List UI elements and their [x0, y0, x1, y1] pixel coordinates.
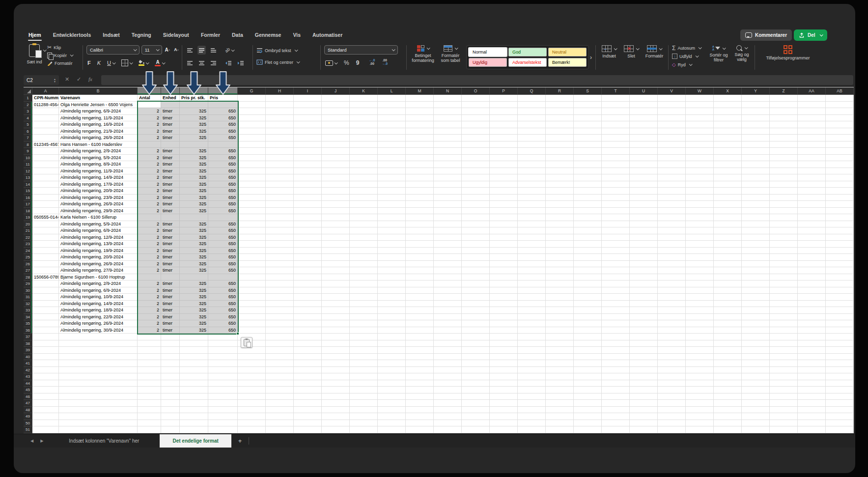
cell-H10[interactable]	[266, 155, 294, 162]
cell-L4[interactable]	[378, 115, 406, 122]
cell-AB11[interactable]	[826, 161, 854, 168]
cell-O5[interactable]	[462, 121, 490, 128]
cell-H16[interactable]	[266, 195, 294, 201]
cell-C18[interactable]: 2	[138, 208, 161, 215]
cell-S39[interactable]	[574, 347, 602, 354]
cell-AA44[interactable]	[798, 380, 826, 387]
cell-M33[interactable]	[406, 307, 434, 314]
row-header-26[interactable]: 26	[24, 261, 32, 268]
column-header-b[interactable]: B	[59, 87, 138, 95]
cell-C20[interactable]: 2	[138, 221, 161, 228]
cell-T37[interactable]	[602, 334, 630, 340]
cell-A44[interactable]	[32, 380, 59, 387]
cell-X6[interactable]	[714, 128, 742, 135]
cell-X8[interactable]	[714, 141, 742, 148]
cell-C17[interactable]: 2	[138, 201, 161, 208]
cell-I16[interactable]	[294, 195, 322, 201]
cell-S19[interactable]	[574, 214, 602, 221]
cell-M6[interactable]	[406, 128, 434, 135]
cell-Y10[interactable]	[742, 155, 770, 162]
cell-C25[interactable]: 2	[138, 254, 161, 261]
cell-J45[interactable]	[322, 387, 350, 393]
cell-P25[interactable]	[490, 254, 518, 261]
cell-P16[interactable]	[490, 195, 518, 201]
cell-N15[interactable]	[434, 188, 462, 195]
cell-R30[interactable]	[546, 287, 574, 294]
cell-G21[interactable]	[238, 227, 266, 234]
cell-A43[interactable]	[32, 373, 59, 380]
cell-D43[interactable]	[161, 373, 180, 380]
ribbon-tab-tegning[interactable]: Tegning	[131, 29, 152, 40]
cell-B26[interactable]: Almindelig rengøring, 26/9-2024	[59, 261, 138, 268]
cell-J28[interactable]	[322, 274, 350, 281]
cell-T46[interactable]	[602, 393, 630, 400]
cell-A46[interactable]	[32, 393, 59, 400]
cell-T18[interactable]	[602, 208, 630, 215]
cell-O8[interactable]	[462, 141, 490, 148]
cell-T26[interactable]	[602, 261, 630, 268]
cell-AA2[interactable]	[798, 102, 826, 109]
cell-AA9[interactable]	[798, 148, 826, 155]
cell-F21[interactable]: 650	[208, 227, 238, 234]
cell-R27[interactable]	[546, 267, 574, 274]
cell-U12[interactable]	[630, 168, 658, 175]
cell-V42[interactable]	[658, 367, 686, 374]
sheet-tab-inactive[interactable]: Indsæt kolonnen "Varenavn" her	[56, 434, 152, 448]
cell-F12[interactable]: 650	[208, 168, 238, 175]
cell-V1[interactable]	[658, 95, 686, 102]
cell-L41[interactable]	[378, 360, 406, 367]
cell-P31[interactable]	[490, 294, 518, 301]
cell-O26[interactable]	[462, 261, 490, 268]
cell-O34[interactable]	[462, 314, 490, 321]
cell-R35[interactable]	[546, 320, 574, 327]
cell-O19[interactable]	[462, 214, 490, 221]
cell-I32[interactable]	[294, 301, 322, 308]
cell-N21[interactable]	[434, 227, 462, 234]
cell-G35[interactable]	[238, 320, 266, 327]
cell-W47[interactable]	[686, 400, 714, 407]
cell-K30[interactable]	[350, 287, 378, 294]
cell-Y33[interactable]	[742, 307, 770, 314]
cell-R11[interactable]	[546, 161, 574, 168]
column-header-r[interactable]: R	[546, 87, 574, 95]
cell-M27[interactable]	[406, 267, 434, 274]
cell-Y35[interactable]	[742, 320, 770, 327]
row-header-3[interactable]: 3	[24, 108, 32, 115]
cell-H33[interactable]	[266, 307, 294, 314]
cell-J39[interactable]	[322, 347, 350, 354]
cell-N8[interactable]	[434, 141, 462, 148]
cell-I17[interactable]	[294, 201, 322, 208]
cell-E2[interactable]	[180, 102, 208, 109]
cell-E11[interactable]: 325	[180, 161, 208, 168]
cell-V28[interactable]	[658, 274, 686, 281]
row-header-42[interactable]: 42	[24, 367, 32, 374]
cell-H30[interactable]	[266, 287, 294, 294]
cell-P12[interactable]	[490, 168, 518, 175]
cell-AB43[interactable]	[826, 373, 854, 380]
cell-K35[interactable]	[350, 320, 378, 327]
cell-S26[interactable]	[574, 261, 602, 268]
cell-Z28[interactable]	[770, 274, 798, 281]
cell-X38[interactable]	[714, 340, 742, 347]
cell-Z8[interactable]	[770, 141, 798, 148]
cell-P37[interactable]	[490, 334, 518, 340]
cell-E18[interactable]: 325	[180, 208, 208, 215]
cell-W6[interactable]	[686, 128, 714, 135]
cell-V36[interactable]	[658, 327, 686, 334]
cell-J29[interactable]	[322, 281, 350, 287]
cell-K46[interactable]	[350, 393, 378, 400]
cell-S13[interactable]	[574, 174, 602, 181]
cell-J51[interactable]	[322, 426, 350, 433]
cell-T24[interactable]	[602, 248, 630, 254]
cell-G11[interactable]	[238, 161, 266, 168]
cell-F10[interactable]: 650	[208, 155, 238, 162]
cell-U1[interactable]	[630, 95, 658, 102]
cell-AB23[interactable]	[826, 241, 854, 248]
cell-AA20[interactable]	[798, 221, 826, 228]
cell-W10[interactable]	[686, 155, 714, 162]
row-header-4[interactable]: 4	[24, 115, 32, 122]
cell-P4[interactable]	[490, 115, 518, 122]
cell-M16[interactable]	[406, 195, 434, 201]
cell-D19[interactable]	[161, 214, 180, 221]
row-header-5[interactable]: 5	[24, 121, 32, 128]
